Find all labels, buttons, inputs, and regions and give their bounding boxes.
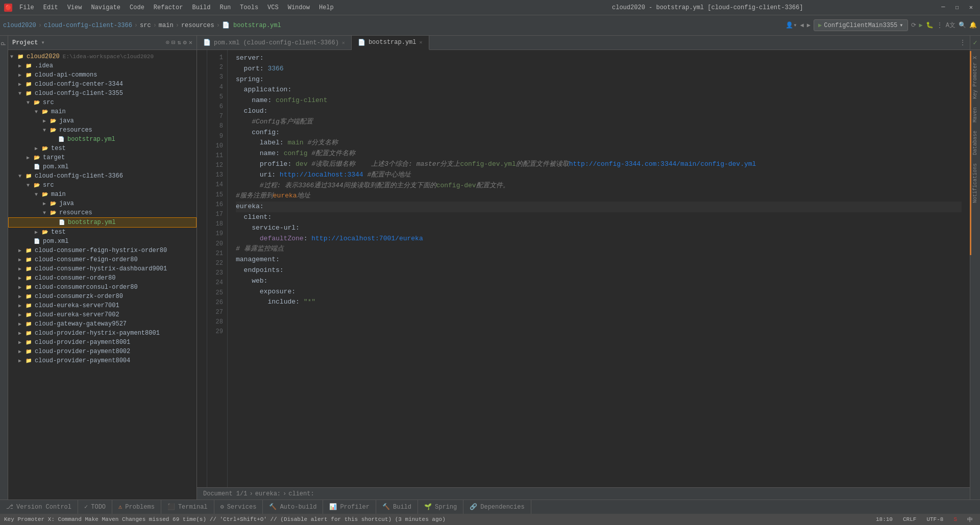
close-panel-icon[interactable]: ✕	[189, 39, 192, 46]
project-icon[interactable]: P	[1, 40, 8, 47]
tab-pom-xml[interactable]: 📄 pom.xml (cloud-config-client-3366) ✕	[197, 36, 352, 49]
breadcrumb-root[interactable]: cloud2020	[3, 22, 36, 29]
tree-item-consumer-feign-hystrix[interactable]: ▶ 📁 cloud-consumer-feign-hystrix-order80	[8, 246, 197, 255]
menu-run[interactable]: Run	[215, 3, 235, 12]
tree-item-provider-payment-8002[interactable]: ▶ 📁 cloud-provider-payment8002	[8, 347, 197, 356]
menu-build[interactable]: Build	[188, 3, 214, 12]
run-config-dropdown[interactable]: ▾	[899, 21, 903, 29]
tree-item-java-3355[interactable]: ▶ 📂 java	[8, 116, 197, 126]
bottom-tab-version-control[interactable]: ⎇ Version Control	[0, 500, 78, 514]
bottom-tab-build[interactable]: 🔨 Build	[376, 500, 418, 514]
notification-button[interactable]: 🔔	[969, 21, 977, 29]
menu-view[interactable]: View	[63, 3, 86, 12]
tree-item-resources-3366[interactable]: ▼ 📂 resources	[8, 208, 197, 217]
tree-item-config-client-3366[interactable]: ▼ 📁 cloud-config-client-3366	[8, 171, 197, 181]
tree-item-src-3366[interactable]: ▼ 📂 src	[8, 181, 197, 190]
tree-item-bootstrap-3366-selected[interactable]: ▶ 📄 bootstrap.yml	[8, 217, 197, 228]
menu-bar[interactable]: File Edit View Navigate Code Refactor Bu…	[15, 3, 477, 12]
menu-code[interactable]: Code	[126, 3, 149, 12]
minimize-button[interactable]: —	[938, 3, 948, 12]
menu-navigate[interactable]: Navigate	[87, 3, 125, 12]
notifications-tab[interactable]: Notifications	[971, 161, 979, 205]
code-content[interactable]: server: port: 3366 spring: application: …	[228, 50, 970, 487]
refresh-button[interactable]: ⟳	[911, 21, 916, 29]
maven-tab[interactable]: Maven	[971, 105, 979, 124]
forward-button[interactable]: ▶	[807, 21, 811, 29]
translate-icon[interactable]: A文	[946, 21, 955, 30]
more-button[interactable]: ⋮	[937, 21, 943, 29]
breadcrumb-module[interactable]: cloud-config-client-3366	[44, 22, 132, 29]
tree-item-eureka-7001[interactable]: ▶ 📁 cloud-eureka-server7001	[8, 301, 197, 310]
tree-item-target-3355[interactable]: ▶ 📂 target	[8, 153, 197, 162]
status-utf8[interactable]: UTF-8	[923, 516, 946, 522]
bottom-tab-spring[interactable]: 🌱 Spring	[418, 500, 463, 514]
run-config-selector[interactable]: ▶ ConfigClientMain3355 ▾	[814, 19, 908, 31]
tree-item-consumerconsul[interactable]: ▶ 📁 cloud-consumerconsul-order80	[8, 283, 197, 292]
bottom-tab-auto-build[interactable]: 🔨 Auto-build	[263, 500, 323, 514]
tree-item-eureka-7002[interactable]: ▶ 📁 cloud-eureka-server7002	[8, 310, 197, 319]
user-icon[interactable]: 👤▾	[786, 21, 797, 29]
menu-vcs[interactable]: VCS	[263, 3, 283, 12]
menu-help[interactable]: Help	[315, 3, 338, 12]
tree-item-pom-3355[interactable]: ▶ 📄 pom.xml	[8, 162, 197, 171]
maximize-button[interactable]: ☐	[952, 3, 962, 12]
breadcrumb-main[interactable]: main	[159, 22, 174, 29]
tree-item-root[interactable]: ▼ 📁 cloud2020 E:\idea-workspace\cloud202…	[8, 52, 197, 61]
tab-bar-more[interactable]: ⋮	[955, 36, 970, 49]
tab-bootstrap-yml[interactable]: 📄 bootstrap.yml ✕	[352, 36, 429, 50]
tree-item-config-client-3355[interactable]: ▼ 📁 cloud-config-client-3355	[8, 89, 197, 98]
tree-item-pom-3366[interactable]: ▶ 📄 pom.xml	[8, 237, 197, 246]
tree-item-src-3355[interactable]: ▼ 📂 src	[8, 98, 197, 107]
tree-item-consumer-hystrix-dashboard[interactable]: ▶ 📁 cloud-consumer-hystrix-dashboard9001	[8, 264, 197, 273]
settings-icon[interactable]: ⚙	[183, 39, 187, 46]
tree-item-test-3366[interactable]: ▶ 📂 test	[8, 228, 197, 237]
tree-item-java-3366[interactable]: ▶ 📂 java	[8, 199, 197, 208]
breadcrumb-src[interactable]: src	[140, 22, 151, 29]
tab-close-pom[interactable]: ✕	[342, 40, 345, 46]
menu-window[interactable]: Window	[284, 3, 314, 12]
panel-dropdown[interactable]: ▾	[41, 39, 44, 46]
close-button[interactable]: ✕	[966, 3, 976, 12]
tree-item-main-3355[interactable]: ▼ 📂 main	[8, 107, 197, 116]
bottom-tab-dependencies[interactable]: 🔗 Dependencies	[463, 500, 531, 514]
tree-item-resources-3355[interactable]: ▼ 📂 resources	[8, 126, 197, 135]
tree-item-idea[interactable]: ▶ 📁 .idea	[8, 61, 197, 70]
right-sidebar-tabs[interactable]: Key Promoter X Maven Database Notificati…	[970, 50, 980, 499]
bottom-tab-todo[interactable]: ✓ TODO	[78, 500, 112, 514]
window-controls[interactable]: — ☐ ✕	[938, 3, 976, 12]
back-button[interactable]: ◀	[800, 21, 804, 29]
tab-close-bootstrap[interactable]: ✕	[420, 39, 423, 45]
tree-item-test-3355[interactable]: ▶ 📂 test	[8, 144, 197, 153]
tree-item-consumer-feign-order[interactable]: ▶ 📁 cloud-consumer-feign-order80	[8, 255, 197, 264]
menu-tools[interactable]: Tools	[236, 3, 262, 12]
search-button[interactable]: 🔍	[959, 21, 966, 29]
bottom-tab-profiler[interactable]: 📊 Profiler	[323, 500, 376, 514]
tree-item-provider-payment-8004[interactable]: ▶ 📁 cloud-provider-payment8004	[8, 356, 197, 365]
tree-item-consumerzk[interactable]: ▶ 📁 cloud-consumerzk-order80	[8, 292, 197, 301]
bottom-tab-services[interactable]: ⚙ Services	[214, 500, 263, 514]
breadcrumb-file[interactable]: 📄 bootstrap.yml	[222, 21, 281, 29]
menu-file[interactable]: File	[15, 3, 38, 12]
tree-item-consumer-order[interactable]: ▶ 📁 cloud-consumer-order80	[8, 273, 197, 283]
breadcrumb-resources[interactable]: resources	[181, 22, 214, 29]
sort-icon[interactable]: ⇅	[177, 39, 181, 46]
tree-item-provider-payment-8001[interactable]: ▶ 📁 cloud-provider-payment8001	[8, 338, 197, 347]
menu-refactor[interactable]: Refactor	[150, 3, 187, 12]
tree-item-config-center[interactable]: ▶ 📁 cloud-config-center-3344	[8, 80, 197, 89]
debug-button[interactable]: 🐛	[926, 21, 934, 29]
locate-icon[interactable]: ⊙	[166, 39, 169, 46]
bottom-tab-problems[interactable]: ⚠ Problems	[112, 500, 161, 514]
tree-item-bootstrap-3355[interactable]: ▶ 📄 bootstrap.yml	[8, 135, 197, 144]
database-tab[interactable]: Database	[971, 129, 979, 157]
menu-edit[interactable]: Edit	[39, 3, 62, 12]
file-tree[interactable]: ▼ 📁 cloud2020 E:\idea-workspace\cloud202…	[8, 50, 197, 499]
tree-item-main-3366[interactable]: ▼ 📂 main	[8, 190, 197, 199]
bottom-tab-terminal[interactable]: ⬛ Terminal	[161, 500, 214, 514]
tree-item-api-commons[interactable]: ▶ 📁 cloud-api-commons	[8, 70, 197, 80]
status-crlf[interactable]: CRLF	[900, 516, 919, 522]
key-promoter-tab[interactable]: Key Promoter X	[971, 54, 979, 101]
tree-item-gateway[interactable]: ▶ 📁 cloud-gateway-gateway9527	[8, 319, 197, 329]
code-editor[interactable]: 12345 678910 1112131415 1617181920 21222…	[197, 50, 970, 487]
collapse-all-icon[interactable]: ⊟	[172, 39, 175, 46]
run-button[interactable]: ▶	[919, 21, 923, 29]
